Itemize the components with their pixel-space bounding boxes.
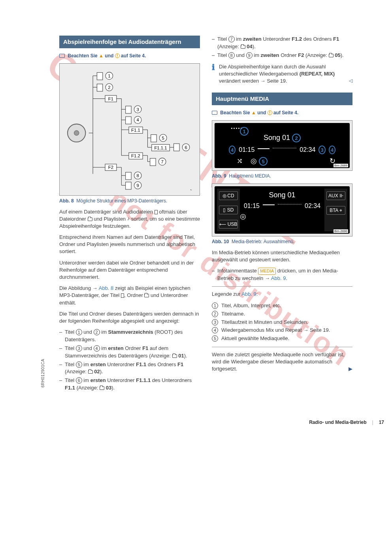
link-abb-9: Abb. 9 — [271, 275, 286, 281]
note-reference-left: Beachten Sie ▲ und ! auf Seite 4. — [59, 53, 200, 59]
svg-rect-2 — [97, 72, 102, 80]
song-title: Song 01 — [264, 134, 290, 142]
left-column: Abspielreihenfolge bei Audiodatenträgern… — [59, 36, 200, 396]
fig8-text: Mögliche Struktur eines MP3-Datenträgers… — [76, 198, 167, 204]
paragraph-last: Wenn die zuletzt gespielte Mediaquelle n… — [212, 351, 352, 373]
callout-2: 2 — [292, 134, 301, 142]
figure-8-diagram: 1 2 F1 3 4 F1.1 5 F1.1.1 — [59, 63, 200, 196]
source-cd: CD — [219, 191, 238, 200]
svg-text:F1.1.1: F1.1.1 — [154, 145, 167, 150]
heading-playback-order: Abspielreihenfolge bei Audiodatenträgern — [59, 36, 200, 48]
paragraph-1: Auf einem Datenträger sind Audiodateien … — [59, 208, 200, 230]
info-icon: ℹ — [212, 63, 215, 85]
note-und: und — [105, 53, 113, 59]
source-usb: ⟵ USB — [219, 220, 238, 229]
svg-text:7: 7 — [161, 159, 164, 164]
link-abb-8: Abb. 8 — [99, 285, 114, 291]
svg-text:5: 5 — [162, 135, 164, 140]
legend-title: Legende zur Abb. 9: — [212, 291, 352, 298]
right-column: Titel 7 im zweiten Unterordner F1.2 des … — [212, 36, 352, 396]
source-cd-icon: ◎ — [240, 212, 246, 220]
svg-text:F1: F1 — [108, 96, 113, 101]
folder-icon — [88, 217, 92, 221]
svg-text:1: 1 — [108, 73, 110, 78]
warning-circle-icon: ! — [115, 53, 120, 58]
shuffle-icon: ⤭ — [237, 157, 243, 165]
heading-media-main: Hauptmenü MEDIA — [212, 93, 352, 105]
paragraph-5: Die Titel und Ordner dieses Datenträgers… — [59, 310, 200, 325]
book-icon — [59, 54, 65, 58]
side-document-code: 6RH012901CA — [41, 359, 45, 388]
svg-text:3: 3 — [137, 107, 139, 112]
footer-page-number: 17 — [379, 420, 384, 425]
file-icon — [121, 293, 124, 298]
separator — [212, 286, 352, 287]
figure-8-caption: Abb. 8 Mögliche Struktur eines MP3-Daten… — [59, 198, 200, 204]
elapsed-time: 01:15 — [239, 146, 254, 153]
note-prefix: Beachten Sie — [68, 53, 97, 59]
callout-5: 5 — [259, 157, 268, 166]
book-icon — [212, 111, 217, 115]
svg-rect-17 — [126, 106, 131, 113]
info-note: ℹ Die Abspielreihenfolge kann durch die … — [212, 63, 352, 85]
song-title: Song 01 — [240, 189, 324, 202]
warning-triangle-icon: ▲ — [251, 110, 256, 115]
page-footer: Radio- und Media-Betrieb | 17 — [0, 412, 392, 429]
paragraph-3: Unterordner werden dabei wie Ordner beha… — [59, 259, 200, 281]
warning-triangle-icon: ▲ — [99, 53, 104, 59]
file-icon — [155, 210, 158, 214]
callout-4-left: 4 — [229, 146, 236, 154]
note-suffix: auf Seite 4. — [121, 53, 146, 59]
note-reference-right: Beachten Sie ▲ und ! auf Seite 4. — [212, 110, 352, 115]
svg-point-1 — [74, 130, 79, 135]
svg-text:F1.2: F1.2 — [131, 153, 140, 158]
svg-rect-38 — [174, 144, 179, 151]
elapsed-time: 01:15 — [244, 202, 260, 210]
figure-10-caption: Abb. 10 Media-Betrieb: Auswahlmenü. — [212, 239, 352, 244]
svg-text:F1.1: F1.1 — [131, 128, 140, 132]
image-code: Brn-2689 — [334, 164, 348, 167]
svg-text:Brn-1257: Brn-1257 — [190, 189, 193, 190]
total-time: 02:34 — [300, 146, 315, 153]
media-instruction-list: Infotainmenttaste MEDIA drücken, um in d… — [212, 267, 352, 282]
callout-4-right: 4 — [329, 146, 335, 154]
paragraph-4: Die Abbildung → Abb. 8 zeigt als Beispie… — [59, 285, 200, 306]
callout-3: 3 — [318, 146, 325, 154]
fig8-label: Abb. 8 — [59, 198, 74, 204]
image-code: Brn-2690 — [334, 229, 348, 233]
footer-title: Radio- und Media-Betrieb — [309, 420, 366, 425]
section-end-icon: ◁ — [349, 78, 352, 84]
svg-text:9: 9 — [137, 183, 139, 187]
callout-1: 1 — [240, 127, 249, 136]
folder-icon — [144, 294, 149, 297]
svg-rect-8 — [97, 84, 102, 91]
source-bta: BTA ⌖ — [326, 206, 345, 215]
svg-text:F2: F2 — [108, 165, 113, 170]
figure-9-screen: 1 Song 01 2 4 01:15 02:34 3 4 ⤭ ◎ — [212, 120, 352, 171]
svg-rect-55 — [126, 172, 131, 180]
figure-10-screen: CD ▯ SD ⟵ USB AUX ⊪ BTA ⌖ Song 01 01:15 — [212, 183, 352, 236]
svg-text:8: 8 — [137, 173, 139, 178]
legend-list: 1Titel, Album, Interpret, etc.2Titelname… — [212, 302, 352, 343]
source-aux: AUX ⊪ — [326, 191, 345, 200]
playlist-icon: ♪ — [127, 216, 130, 221]
playback-order-list-continued: Titel 7 im zweiten Unterordner F1.2 des … — [212, 36, 352, 59]
playback-order-list: Titel 1 und 2 im Stammverzeichnis (ROOT)… — [59, 329, 200, 392]
svg-rect-21 — [126, 117, 131, 124]
svg-rect-30 — [151, 134, 156, 142]
svg-rect-45 — [150, 158, 156, 166]
paragraph-2: Entsprechend ihrem Namen auf dem Datentr… — [59, 234, 200, 255]
separator — [212, 347, 352, 347]
svg-text:6: 6 — [185, 145, 187, 149]
source-column-right: AUX ⊪ BTA ⌖ — [324, 189, 347, 231]
total-time: 02:34 — [305, 202, 320, 210]
svg-text:2: 2 — [108, 85, 110, 89]
warning-circle-icon: ! — [268, 110, 272, 115]
svg-text:4: 4 — [137, 117, 139, 122]
tree-structure-svg: 1 2 F1 3 4 F1.1 5 F1.1.1 — [64, 68, 196, 190]
figure-9-caption: Abb. 9 Hauptmenü MEDIA. — [212, 173, 352, 179]
source-sd: ▯ SD — [219, 206, 238, 214]
source-column-left: CD ▯ SD ⟵ USB — [217, 189, 240, 231]
svg-rect-59 — [126, 182, 131, 189]
media-key: MEDIA — [258, 268, 276, 275]
